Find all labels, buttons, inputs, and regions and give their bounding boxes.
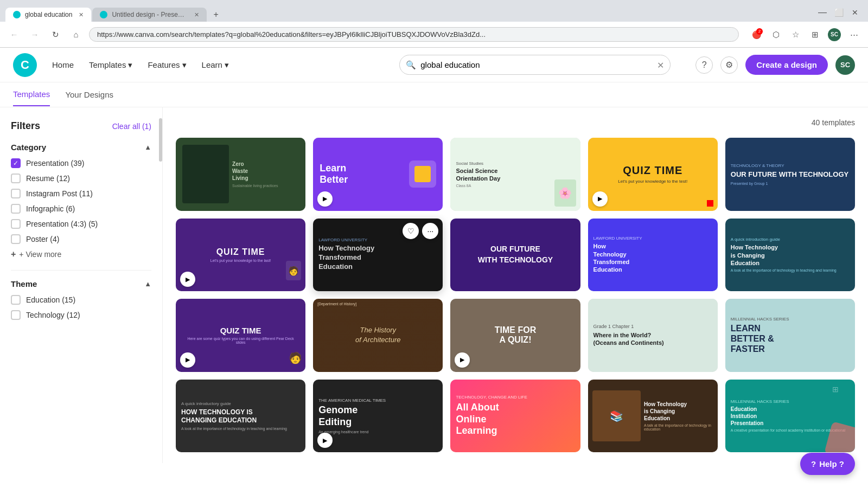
filter-title: Filters xyxy=(11,120,40,132)
filter-presentation-43[interactable]: Presentation (4:3) (5) xyxy=(11,219,151,229)
extension-icon-1[interactable]: 🔴 2 xyxy=(749,27,764,42)
checkbox-presentation-43[interactable] xyxy=(11,219,21,229)
home-button[interactable]: ⌂ xyxy=(68,27,84,42)
card-7-heart[interactable]: ♡ xyxy=(403,223,419,239)
refresh-button[interactable]: ↻ xyxy=(48,27,63,42)
bookmark-icon[interactable]: ☆ xyxy=(788,27,803,42)
filter-label-technology: Technology (12) xyxy=(26,311,80,319)
sidebar-divider xyxy=(11,270,151,271)
template-card-5[interactable]: TECHNOLOGY & THEORY OUR FUTURE WITH TECH… xyxy=(725,138,855,211)
template-card-17[interactable]: THE AMERICAN MEDICAL TIMES GenomeEditing… xyxy=(313,380,443,453)
template-count: 40 templates xyxy=(812,118,855,127)
tab-your-designs[interactable]: Your Designs xyxy=(65,84,113,106)
template-card-8[interactable]: OUR FUTUREWITH TECHNOLOGY xyxy=(450,219,580,292)
tab-2[interactable]: Untitled design - Presentation (1 ✕ xyxy=(92,8,207,22)
user-profile-icon[interactable]: SC xyxy=(827,27,842,42)
help-question-icon: ? xyxy=(811,459,816,468)
template-card-4[interactable]: QUIZ TIME Let's put your knowledge to th… xyxy=(588,138,718,211)
filter-education[interactable]: Education (15) xyxy=(11,295,151,305)
template-card-2[interactable]: LearnBetter ▶ xyxy=(313,138,443,211)
canva-logo[interactable]: C xyxy=(13,53,37,77)
tab-close-1[interactable]: ✕ xyxy=(79,11,84,18)
template-card-18[interactable]: TECHNOLOGY, CHANGE AND LIFE All AboutOnl… xyxy=(450,380,580,453)
filter-technology[interactable]: Technology (12) xyxy=(11,310,151,320)
maximize-button[interactable]: ⬜ xyxy=(831,7,846,18)
nav-home[interactable]: Home xyxy=(52,60,74,69)
template-card-16[interactable]: A quick introductory guide HOW TECHNOLOG… xyxy=(176,380,305,453)
template-card-3[interactable]: Social Studies Social ScienceOrientation… xyxy=(450,138,580,211)
help-float-button[interactable]: ? Help ? xyxy=(800,453,855,475)
view-more-button[interactable]: + + View more xyxy=(11,249,151,259)
template-card-12[interactable]: [Department of History] The Historyof Ar… xyxy=(313,299,443,372)
template-card-14[interactable]: Grade 1 Chapter 1 Where in the World?(Oc… xyxy=(588,299,718,372)
template-card-10[interactable]: A quick introduction guide How Technolog… xyxy=(725,219,855,292)
nav-templates[interactable]: Templates ▾ xyxy=(89,60,132,70)
category-title: Category xyxy=(11,143,46,152)
checkbox-presentation[interactable]: ✓ xyxy=(11,158,21,168)
template-card-11[interactable]: QUIZ TIME Here are some quiz types you c… xyxy=(176,299,305,372)
sidebar: Filters Clear all (1) Category ▲ ✓ Prese… xyxy=(0,107,163,463)
template-card-13[interactable]: TIME FORA QUIZ! ▶ xyxy=(450,299,580,372)
nav-learn[interactable]: Learn ▾ xyxy=(202,60,229,70)
card-7-more[interactable]: ··· xyxy=(422,223,438,239)
create-design-button[interactable]: Create a design xyxy=(745,55,828,75)
card-7-overlay: ♡ ··· xyxy=(313,219,443,292)
help-icon[interactable]: ? xyxy=(695,56,713,74)
filter-label-resume: Resume (12) xyxy=(26,174,70,183)
notification-badge: 2 xyxy=(756,28,763,35)
theme-chevron[interactable]: ▲ xyxy=(144,280,151,288)
checkbox-infographic[interactable] xyxy=(11,204,21,214)
checkbox-education[interactable] xyxy=(11,295,21,305)
filter-infographic[interactable]: Infographic (6) xyxy=(11,204,151,214)
forward-button[interactable]: → xyxy=(27,27,42,42)
category-section-header: Category ▲ xyxy=(11,143,151,152)
search-input[interactable] xyxy=(399,55,671,75)
filter-label-infographic: Infographic (6) xyxy=(26,204,75,213)
tab-close-2[interactable]: ✕ xyxy=(194,11,199,18)
template-card-9[interactable]: LAWFORD UNIVERSITY HowTechnologyTransfor… xyxy=(588,219,718,292)
filter-label-instagram: Instagram Post (11) xyxy=(26,189,93,198)
minimize-button[interactable]: — xyxy=(815,7,830,18)
tab-templates[interactable]: Templates xyxy=(13,83,50,106)
checkbox-resume[interactable] xyxy=(11,174,21,183)
back-button[interactable]: ← xyxy=(7,27,22,42)
avatar[interactable]: SC xyxy=(835,55,855,75)
clear-all-button[interactable]: Clear all (1) xyxy=(112,122,151,131)
learn-arrow: ▾ xyxy=(225,60,229,70)
template-card-20[interactable]: MILLENNIAL HACKS SERIES EducationInstitu… xyxy=(725,380,855,453)
tab-favicon-2 xyxy=(100,11,107,18)
checkbox-instagram[interactable] xyxy=(11,189,21,198)
settings-icon[interactable]: ⚙ xyxy=(720,56,738,74)
new-tab-button[interactable]: + xyxy=(208,8,224,22)
tab-1[interactable]: global education ✕ xyxy=(5,8,91,22)
close-button[interactable]: ✕ xyxy=(847,7,863,18)
filter-presentation[interactable]: ✓ Presentation (39) xyxy=(11,158,151,168)
checkbox-technology[interactable] xyxy=(11,310,21,320)
filter-instagram[interactable]: Instagram Post (11) xyxy=(11,189,151,198)
template-card-15[interactable]: MILLENNIAL HACKS SERIES LEARNBETTER &FAS… xyxy=(725,299,855,372)
search-clear-button[interactable]: ✕ xyxy=(657,60,664,70)
menu-icon[interactable]: ⋯ xyxy=(846,27,861,42)
top-nav: C Home Templates ▾ Features ▾ Learn ▾ 🔍 … xyxy=(0,48,868,82)
sidebar-scrollbar[interactable] xyxy=(159,118,162,162)
extension-icon-2[interactable]: ⬡ xyxy=(768,27,783,42)
filter-poster[interactable]: Poster (4) xyxy=(11,234,151,244)
browser-chrome: global education ✕ Untitled design - Pre… xyxy=(0,0,868,48)
help-float-label: Help ? xyxy=(819,459,844,468)
bookmarks-icon[interactable]: ⊞ xyxy=(807,27,822,42)
checkbox-poster[interactable] xyxy=(11,234,21,244)
template-card-1[interactable]: ZeroWasteLiving Sustainable living pract… xyxy=(176,138,305,211)
template-grid: ZeroWasteLiving Sustainable living pract… xyxy=(176,138,855,452)
nav-features[interactable]: Features ▾ xyxy=(148,60,186,70)
tab-bar: global education ✕ Untitled design - Pre… xyxy=(0,0,868,22)
address-input[interactable] xyxy=(89,27,739,42)
template-card-6[interactable]: QUIZ TIME Let's put your knowledge to th… xyxy=(176,219,305,292)
template-card-19[interactable]: 📚 How Technologyis ChangingEducation A t… xyxy=(588,380,718,453)
search-icon: 🔍 xyxy=(406,60,416,70)
category-chevron[interactable]: ▲ xyxy=(144,143,151,151)
address-bar-row: ← → ↻ ⌂ 🔴 2 ⬡ ☆ ⊞ SC ⋯ xyxy=(0,22,868,48)
app: C Home Templates ▾ Features ▾ Learn ▾ 🔍 … xyxy=(0,48,868,488)
filter-resume[interactable]: Resume (12) xyxy=(11,174,151,183)
template-card-7[interactable]: LAWFORD UNIVERSITY How TechnologyTransfo… xyxy=(313,219,443,292)
filter-label-presentation: Presentation (39) xyxy=(26,159,84,168)
